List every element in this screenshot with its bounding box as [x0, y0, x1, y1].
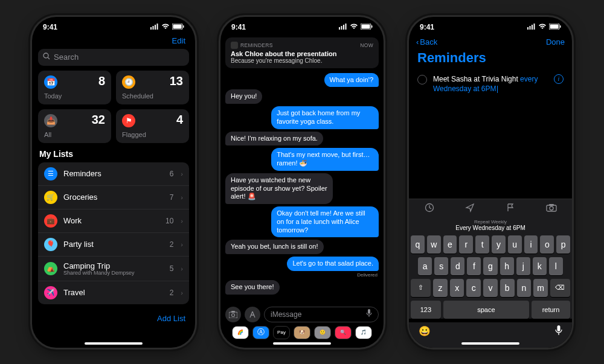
svg-rect-6	[183, 25, 184, 28]
key-d[interactable]: d	[451, 257, 464, 275]
reminder-notification[interactable]: REMINDERS now Ask Chloe about the presen…	[225, 37, 379, 68]
tile-all-label: All	[44, 131, 105, 138]
key-j[interactable]: j	[516, 257, 530, 275]
key-t[interactable]: t	[475, 235, 489, 254]
tile-scheduled[interactable]: 🕘 13 Scheduled	[116, 71, 189, 104]
list-item[interactable]: 💼Work10›	[38, 209, 189, 233]
list-name: Groceries	[63, 193, 164, 202]
summary-tiles: 📅 8 Today 🕘 13 Scheduled 📥 32 All ⚑ 4	[38, 71, 189, 143]
key-c[interactable]: c	[466, 279, 481, 297]
key-h[interactable]: h	[500, 257, 514, 275]
key-f[interactable]: f	[467, 257, 481, 275]
search-input[interactable]: Search	[38, 49, 189, 66]
key-shift[interactable]: ⇧	[411, 279, 431, 297]
tile-all[interactable]: 📥 32 All	[38, 109, 111, 143]
camera-icon[interactable]	[225, 307, 241, 322]
mic-icon[interactable]	[366, 309, 372, 319]
app-chip-applepay[interactable]: Pay	[273, 326, 290, 339]
message-in[interactable]: Nice! I'm relaxing on my sofa.	[225, 132, 323, 146]
key-x[interactable]: x	[450, 279, 464, 297]
app-chip-photos[interactable]: 🌈	[232, 326, 249, 339]
key-l[interactable]: l	[549, 257, 563, 275]
notch	[454, 17, 527, 29]
home-indicator[interactable]	[461, 342, 519, 345]
key-return[interactable]: return	[532, 301, 570, 319]
battery-icon	[549, 23, 561, 31]
back-button[interactable]: ‹Back	[416, 37, 437, 46]
clock-icon[interactable]	[425, 203, 434, 214]
key-q[interactable]: q	[411, 235, 425, 254]
key-z[interactable]: z	[433, 279, 448, 297]
list-name: Camping TripShared with Mandy Dempsey	[63, 261, 164, 276]
message-in[interactable]: See you there!	[225, 280, 280, 295]
svg-rect-18	[231, 311, 235, 313]
key-g[interactable]: g	[483, 257, 497, 275]
edit-button[interactable]: Edit	[38, 35, 189, 49]
key-i[interactable]: i	[524, 235, 538, 254]
mic-icon[interactable]	[555, 325, 562, 338]
apps-icon[interactable]	[245, 307, 260, 322]
svg-rect-27	[560, 25, 561, 28]
camera-icon[interactable]	[546, 203, 557, 214]
key-delete[interactable]: ⌫	[550, 279, 570, 297]
key-e[interactable]: e	[443, 235, 457, 254]
message-out[interactable]: Okay don't tell me! Are we still on for …	[271, 206, 379, 237]
home-indicator[interactable]	[273, 342, 331, 345]
message-in[interactable]: Yeah you bet, lunch is still on!	[225, 240, 324, 254]
app-chip-appstore[interactable]: Ⓐ	[252, 326, 269, 339]
key-r[interactable]: r	[459, 235, 473, 254]
app-chip-memoji2[interactable]: 🙂	[314, 326, 331, 339]
key-123[interactable]: 123	[411, 301, 441, 319]
message-out[interactable]: That's my next move, but first…ramen! 🍜	[271, 148, 379, 171]
key-b[interactable]: b	[500, 279, 515, 297]
tile-flagged[interactable]: ⚑ 4 Flagged	[116, 109, 189, 143]
chat-thread[interactable]: What ya doin'?Hey you!Just got back home…	[220, 73, 384, 295]
key-s[interactable]: s	[434, 257, 448, 275]
reminders-app-icon	[231, 42, 238, 49]
message-out[interactable]: What ya doin'?	[324, 73, 379, 88]
tile-flagged-count: 4	[176, 113, 183, 127]
emoji-icon[interactable]: 😀	[419, 325, 431, 337]
message-out[interactable]: Just got back home from my favorite yoga…	[271, 106, 379, 129]
svg-rect-11	[343, 25, 344, 30]
key-p[interactable]: p	[556, 235, 570, 254]
message-input[interactable]: iMessage	[264, 307, 379, 322]
key-m[interactable]: m	[533, 279, 548, 297]
list-item[interactable]: ☰Reminders6›	[38, 162, 189, 186]
svg-rect-1	[153, 26, 154, 30]
key-k[interactable]: k	[533, 257, 547, 275]
key-v[interactable]: v	[483, 279, 498, 297]
home-indicator[interactable]	[85, 342, 143, 345]
key-o[interactable]: o	[540, 235, 554, 254]
key-y[interactable]: y	[492, 235, 506, 254]
reminder-row[interactable]: Meet Sasha at Trivia Night every Wednesd…	[409, 72, 572, 96]
key-space[interactable]: space	[443, 301, 529, 319]
key-u[interactable]: u	[508, 235, 522, 254]
key-n[interactable]: n	[517, 279, 532, 297]
list-item[interactable]: 🎈Party list2›	[38, 233, 189, 257]
completion-radio[interactable]	[417, 75, 427, 85]
app-chip-search[interactable]: 🔍	[335, 326, 352, 339]
app-chip-memoji1[interactable]: 🐶	[294, 326, 310, 339]
status-right	[339, 23, 373, 31]
list-item[interactable]: ✈️Travel2›	[38, 281, 189, 304]
reminder-text[interactable]: Meet Sasha at Trivia Night every Wednesd…	[433, 74, 548, 94]
app-strip: 🌈ⒶPay🐶🙂🔍🎵	[225, 326, 379, 339]
message-out[interactable]: Let's go to that salad place.	[287, 257, 379, 271]
key-w[interactable]: w	[427, 235, 441, 254]
add-list-button[interactable]: Add List	[38, 304, 189, 323]
done-button[interactable]: Done	[546, 37, 565, 46]
app-chip-music[interactable]: 🎵	[355, 326, 372, 339]
list-item[interactable]: 🛒Groceries7›	[38, 186, 189, 209]
tile-today[interactable]: 📅 8 Today	[38, 71, 111, 104]
key-a[interactable]: a	[418, 257, 432, 275]
message-in[interactable]: Hey you!	[225, 89, 262, 104]
message-in[interactable]: Have you watched the new episode of our …	[225, 173, 333, 204]
flag-icon[interactable]	[506, 203, 515, 214]
search-placeholder: Search	[54, 53, 79, 62]
list-item[interactable]: ⛺Camping TripShared with Mandy Dempsey5›	[38, 257, 189, 281]
info-icon[interactable]: i	[554, 74, 564, 84]
delivered-label: Delivered	[357, 272, 378, 278]
nav-bar: ‹Back Done	[409, 35, 572, 48]
location-icon[interactable]	[465, 203, 475, 214]
